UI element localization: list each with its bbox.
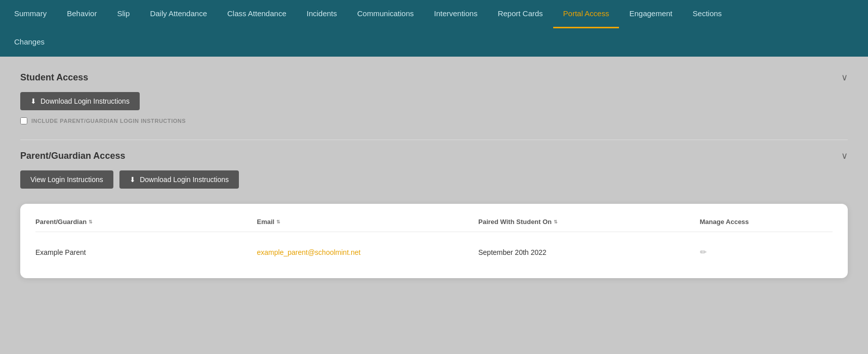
sort-guardian-icon[interactable]: ⇅ [89,219,93,225]
student-access-section: Student Access ∨ ⬇ Download Login Instru… [20,72,848,124]
download-icon: ⬇ [30,97,36,105]
student-access-header: Student Access ∨ [20,72,848,83]
student-download-btn[interactable]: ⬇ Download Login Instructions [20,92,140,110]
sort-paired-icon[interactable]: ⇅ [554,219,558,225]
student-access-title: Student Access [20,72,88,83]
nav-tab-class-attendance[interactable]: Class Attendance [217,0,297,28]
guardian-access-title: Parent/Guardian Access [20,151,125,161]
include-guardian-row: INCLUDE PARENT/GUARDIAN LOGIN INSTRUCTIO… [20,117,848,124]
nav-tab-communications[interactable]: Communications [347,0,424,28]
col-header-email: Email ⇅ [257,218,479,226]
cell-paired-0: September 20th 2022 [478,248,700,256]
student-access-actions: ⬇ Download Login Instructions [20,92,848,110]
navigation-bar: SummaryBehaviorSlipDaily AttendanceClass… [0,0,868,57]
nav-tab-behavior[interactable]: Behavior [57,0,107,28]
nav-tab-report-cards[interactable]: Report Cards [487,0,553,28]
guardian-access-section: Parent/Guardian Access ∨ View Login Inst… [20,150,848,189]
table-header: Parent/Guardian ⇅ Email ⇅ Paired With St… [35,218,833,232]
cell-guardian-0: Example Parent [35,248,257,256]
table-body: Example Parentexample_parent@schoolmint.… [35,240,833,264]
guardian-table-card: Parent/Guardian ⇅ Email ⇅ Paired With St… [20,204,848,278]
col-header-manage: Manage Access [700,218,833,226]
cell-email-0[interactable]: example_parent@schoolmint.net [257,248,479,256]
guardian-access-header: Parent/Guardian Access ∨ [20,150,848,161]
table-row: Example Parentexample_parent@schoolmint.… [35,240,833,264]
nav-tab-incidents[interactable]: Incidents [297,0,347,28]
edit-access-icon-0[interactable]: ✏ [700,247,833,257]
download-icon-2: ⬇ [130,175,136,184]
student-access-chevron[interactable]: ∨ [841,72,848,83]
col-header-guardian: Parent/Guardian ⇅ [35,218,257,226]
guardian-access-actions: View Login Instructions ⬇ Download Login… [20,170,848,189]
nav-tab-engagement[interactable]: Engagement [619,0,682,28]
nav-tab-changes[interactable]: Changes [4,28,55,57]
include-guardian-checkbox[interactable] [20,117,27,124]
col-header-paired: Paired With Student On ⇅ [478,218,700,226]
nav-tab-summary[interactable]: Summary [4,0,57,28]
include-guardian-label: INCLUDE PARENT/GUARDIAN LOGIN INSTRUCTIO… [31,118,186,124]
guardian-view-btn[interactable]: View Login Instructions [20,170,113,189]
nav-tab-portal-access[interactable]: Portal Access [553,0,619,28]
guardian-download-btn[interactable]: ⬇ Download Login Instructions [119,170,239,189]
nav-tab-sections[interactable]: Sections [683,0,732,28]
nav-tab-daily-attendance[interactable]: Daily Attendance [140,0,217,28]
section-divider [20,140,848,140]
nav-tab-slip[interactable]: Slip [107,0,140,28]
main-content: Student Access ∨ ⬇ Download Login Instru… [0,57,868,293]
nav-tab-interventions[interactable]: Interventions [424,0,488,28]
guardian-access-chevron[interactable]: ∨ [841,150,848,161]
sort-email-icon[interactable]: ⇅ [276,219,280,225]
